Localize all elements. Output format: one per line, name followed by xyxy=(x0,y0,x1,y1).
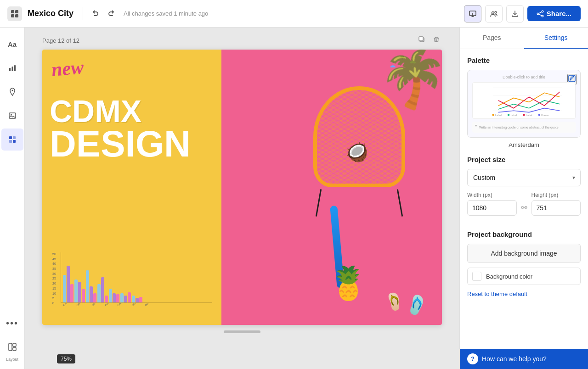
svg-rect-21 xyxy=(13,343,16,347)
palette-preview[interactable]: Double-click to add title xyxy=(467,70,581,138)
svg-point-15 xyxy=(11,114,12,116)
app-logo[interactable] xyxy=(7,6,22,21)
help-chat-bar[interactable]: ? How can we help you? xyxy=(460,349,588,369)
sidebar-item-charts[interactable] xyxy=(1,57,23,79)
svg-rect-18 xyxy=(9,140,12,143)
zoom-level[interactable]: 75% xyxy=(57,354,75,363)
add-background-image-button[interactable]: Add background image xyxy=(467,244,581,263)
background-color-label: Background color xyxy=(486,273,532,280)
project-background-title: Project background xyxy=(467,230,581,238)
project-size-dropdown[interactable]: Custom A4 Letter Presentation xyxy=(467,169,581,186)
help-chat-label: How can we help you? xyxy=(482,355,547,363)
tab-pages[interactable]: Pages xyxy=(460,28,524,49)
save-status: All changes saved 1 minute ago xyxy=(124,10,458,17)
tab-settings[interactable]: Settings xyxy=(524,28,588,49)
svg-point-37 xyxy=(538,114,540,116)
svg-point-31 xyxy=(492,114,494,116)
svg-point-33 xyxy=(508,114,509,116)
svg-rect-22 xyxy=(13,347,16,351)
sidebar-item-more[interactable]: ••• xyxy=(1,312,23,334)
undo-button[interactable] xyxy=(89,7,102,21)
layout-icon xyxy=(3,338,22,356)
help-chat-icon: ? xyxy=(467,353,478,364)
sidebar-item-layout[interactable]: Layout xyxy=(1,336,23,363)
canvas-frame[interactable]: new CDMX DESIGN 5045403530 2520151050 xyxy=(42,50,442,325)
right-panel: Pages Settings Palette Double-click to a… xyxy=(459,28,588,369)
height-input[interactable] xyxy=(531,200,581,216)
width-label: Width (px) xyxy=(467,192,517,198)
panel-content: Palette Double-click to add title xyxy=(460,49,588,349)
panel-tabs: Pages Settings xyxy=(460,28,588,49)
left-sidebar: Aa xyxy=(0,28,25,369)
topbar: Mexico City All changes saved 1 minute a… xyxy=(0,0,588,28)
export-button[interactable] xyxy=(506,5,524,22)
svg-text:Label: Label xyxy=(495,114,502,117)
width-input[interactable] xyxy=(467,200,517,216)
height-group: Height (px) xyxy=(531,192,581,216)
project-size-title: Project size xyxy=(467,156,581,163)
document-title: Mexico City xyxy=(28,9,74,18)
canvas-scrollbar-area xyxy=(42,330,442,333)
canvas-left-panel: new CDMX DESIGN 5045403530 2520151050 xyxy=(42,50,221,325)
palette-mini-chart: Label Label Label Frame xyxy=(472,82,576,119)
present-button[interactable] xyxy=(464,5,481,22)
svg-rect-2 xyxy=(11,14,14,17)
background-color-swatch xyxy=(472,272,481,281)
main-area: Aa xyxy=(0,28,588,369)
elements-icon xyxy=(3,130,22,149)
sidebar-item-maps[interactable] xyxy=(1,81,23,103)
page-actions xyxy=(416,35,442,46)
svg-rect-19 xyxy=(13,140,16,143)
project-size-dropdown-wrapper: Custom A4 Letter Presentation ▾ xyxy=(467,169,581,186)
canvas-scrollbar[interactable] xyxy=(224,330,260,333)
svg-text:Frame: Frame xyxy=(541,114,548,117)
bag-with-pineapple: 🍍 xyxy=(328,264,368,302)
undo-redo-group xyxy=(89,7,118,21)
divider xyxy=(83,7,83,20)
svg-point-35 xyxy=(523,114,525,116)
bar-chart: 5045403530 2520151050 xyxy=(51,252,212,316)
link-dimensions-icon[interactable] xyxy=(520,203,528,212)
sidebar-item-images[interactable] xyxy=(1,105,23,127)
share-button[interactable]: Share... xyxy=(527,6,581,21)
svg-rect-20 xyxy=(9,343,12,351)
svg-point-9 xyxy=(542,15,543,17)
height-label: Height (px) xyxy=(531,192,581,198)
page-label: Page 12 of 12 xyxy=(42,37,79,44)
sidebar-item-elements[interactable] xyxy=(1,129,23,151)
more-icon: ••• xyxy=(3,314,22,332)
palette-name: Amsterdam xyxy=(467,141,581,148)
dimension-row: Width (px) Height (px) xyxy=(467,192,581,216)
duplicate-page-button[interactable] xyxy=(416,35,427,46)
svg-point-13 xyxy=(11,90,13,91)
share-users-button[interactable] xyxy=(485,5,503,22)
svg-rect-16 xyxy=(9,136,12,139)
svg-point-6 xyxy=(495,11,497,13)
canvas-area: Page 12 of 12 new xyxy=(25,28,459,369)
delete-page-button[interactable] xyxy=(431,35,442,46)
design-text-design: DESIGN xyxy=(50,127,214,162)
reset-link[interactable]: Reset to theme default xyxy=(467,291,527,297)
sandal-2: 🩴 xyxy=(383,290,407,313)
design-text-cdmx: CDMX xyxy=(50,95,214,127)
palette-quote-section: " Write an interesting quote or some abs… xyxy=(472,122,576,133)
coconut: 🥥 xyxy=(345,141,368,163)
svg-text:Label: Label xyxy=(526,114,532,117)
svg-rect-24 xyxy=(419,37,423,41)
width-group: Width (px) xyxy=(467,192,517,216)
svg-point-7 xyxy=(542,11,543,12)
svg-point-8 xyxy=(537,13,539,15)
text-icon: Aa xyxy=(3,35,22,53)
background-color-row[interactable]: Background color xyxy=(467,268,581,285)
topbar-actions: Share... xyxy=(464,5,581,22)
redo-button[interactable] xyxy=(104,7,118,21)
canvas-right-panel: 🌴 ☂ ☂ ☂ ☂ 🥥 xyxy=(221,50,442,325)
svg-rect-4 xyxy=(469,11,476,16)
design-text-new: new xyxy=(51,57,84,79)
charts-icon xyxy=(3,59,22,77)
svg-rect-12 xyxy=(14,65,16,71)
sidebar-item-text[interactable]: Aa xyxy=(1,33,23,55)
quote-text: Write an interesting quote or some abstr… xyxy=(479,126,559,129)
svg-rect-10 xyxy=(9,68,11,71)
share-label: Share... xyxy=(547,10,571,17)
